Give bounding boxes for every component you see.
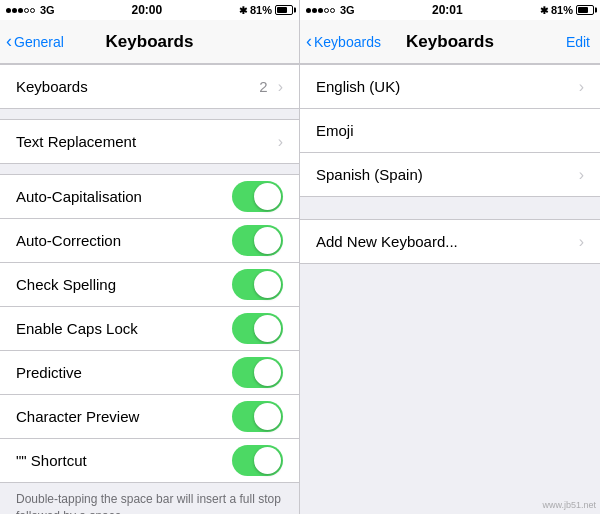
- label-shortcut: "" Shortcut: [16, 452, 232, 469]
- edit-button[interactable]: Edit: [566, 34, 590, 50]
- toggle-auto-capitalisation[interactable]: [232, 181, 283, 212]
- cell-auto-capitalisation[interactable]: Auto-Capitalisation: [0, 175, 299, 219]
- back-label-right: Keyboards: [314, 34, 381, 50]
- chevron-add-keyboard: ›: [579, 233, 584, 251]
- status-left-right: 3G: [306, 4, 355, 16]
- status-right-left: ✱ 81%: [239, 4, 293, 16]
- group-toggles: Auto-Capitalisation Auto-Correction Chec…: [0, 174, 299, 483]
- group-keyboards: Keyboards 2 ›: [0, 64, 299, 109]
- network-type: 3G: [40, 4, 55, 16]
- status-right-right: ✱ 81%: [540, 4, 594, 16]
- label-emoji: Emoji: [316, 122, 584, 139]
- right-content: English (UK) › Emoji Spanish (Spain) › A…: [300, 64, 600, 514]
- cell-group-keyboards: Keyboards 2 ›: [0, 64, 299, 109]
- cell-spanish-spain[interactable]: Spanish (Spain) ›: [300, 153, 600, 197]
- battery-icon-left: [275, 5, 293, 15]
- label-predictive: Predictive: [16, 364, 232, 381]
- cell-group-keyboard-list: English (UK) › Emoji Spanish (Spain) ›: [300, 64, 600, 197]
- cell-enable-caps-lock[interactable]: Enable Caps Lock: [0, 307, 299, 351]
- toggle-shortcut[interactable]: [232, 445, 283, 476]
- cell-keyboards[interactable]: Keyboards 2 ›: [0, 65, 299, 109]
- label-add-keyboard: Add New Keyboard...: [316, 233, 575, 250]
- nav-bar-right: ‹ Keyboards Keyboards Edit: [300, 20, 600, 64]
- nav-title-right: Keyboards: [406, 32, 494, 52]
- back-button-right[interactable]: ‹ Keyboards: [306, 33, 381, 50]
- left-content: Keyboards 2 › Text Replacement › Auto-Ca…: [0, 64, 299, 514]
- group-keyboard-list: English (UK) › Emoji Spanish (Spain) ›: [300, 64, 600, 197]
- signal-dots: [6, 8, 35, 13]
- bluetooth-icon-right: ✱: [540, 5, 548, 16]
- cell-group-text: Text Replacement ›: [0, 119, 299, 164]
- cell-auto-correction[interactable]: Auto-Correction: [0, 219, 299, 263]
- status-bar-left: 3G 20:00 ✱ 81%: [0, 0, 299, 20]
- back-label-left: General: [14, 34, 64, 50]
- cell-keyboards-label: Keyboards: [16, 78, 259, 95]
- cell-character-preview[interactable]: Character Preview: [0, 395, 299, 439]
- back-button-left[interactable]: ‹ General: [6, 33, 64, 50]
- cell-text-replacement-chevron: ›: [278, 133, 283, 151]
- label-auto-correction: Auto-Correction: [16, 232, 232, 249]
- left-panel: 3G 20:00 ✱ 81% ‹ General Keyboards Keybo…: [0, 0, 300, 514]
- status-left: 3G: [6, 4, 55, 16]
- back-chevron-left: ‹: [6, 32, 12, 50]
- footer-note: Double-tapping the space bar will insert…: [0, 483, 299, 514]
- nav-title-left: Keyboards: [106, 32, 194, 52]
- cell-text-replacement-label: Text Replacement: [16, 133, 274, 150]
- network-type-right: 3G: [340, 4, 355, 16]
- cell-keyboards-chevron: ›: [278, 78, 283, 96]
- cell-group-add: Add New Keyboard... ›: [300, 219, 600, 264]
- footer-text: Double-tapping the space bar will insert…: [16, 492, 281, 514]
- label-check-spelling: Check Spelling: [16, 276, 232, 293]
- toggle-character-preview[interactable]: [232, 401, 283, 432]
- back-chevron-right: ‹: [306, 32, 312, 50]
- toggle-check-spelling[interactable]: [232, 269, 283, 300]
- label-character-preview: Character Preview: [16, 408, 232, 425]
- cell-text-replacement[interactable]: Text Replacement ›: [0, 120, 299, 164]
- signal-dots-right: [306, 8, 335, 13]
- label-english-uk: English (UK): [316, 78, 575, 95]
- chevron-english-uk: ›: [579, 78, 584, 96]
- cell-english-uk[interactable]: English (UK) ›: [300, 65, 600, 109]
- cell-group-toggles: Auto-Capitalisation Auto-Correction Chec…: [0, 174, 299, 483]
- group-add-keyboard: Add New Keyboard... ›: [300, 219, 600, 264]
- right-panel: 3G 20:01 ✱ 81% ‹ Keyboards Keyboards Edi…: [300, 0, 600, 514]
- cell-keyboards-value: 2: [259, 78, 267, 95]
- cell-check-spelling[interactable]: Check Spelling: [0, 263, 299, 307]
- time-right: 20:01: [432, 3, 463, 17]
- chevron-spanish-spain: ›: [579, 166, 584, 184]
- toggle-enable-caps-lock[interactable]: [232, 313, 283, 344]
- toggle-predictive[interactable]: [232, 357, 283, 388]
- label-spanish-spain: Spanish (Spain): [316, 166, 575, 183]
- cell-emoji[interactable]: Emoji: [300, 109, 600, 153]
- status-bar-right: 3G 20:01 ✱ 81%: [300, 0, 600, 20]
- group-text-replacement: Text Replacement ›: [0, 119, 299, 164]
- battery-pct-left: 81%: [250, 4, 272, 16]
- cell-add-keyboard[interactable]: Add New Keyboard... ›: [300, 220, 600, 264]
- cell-shortcut[interactable]: "" Shortcut: [0, 439, 299, 483]
- bluetooth-icon: ✱: [239, 5, 247, 16]
- label-auto-capitalisation: Auto-Capitalisation: [16, 188, 232, 205]
- battery-pct-right: 81%: [551, 4, 573, 16]
- time-left: 20:00: [131, 3, 162, 17]
- nav-bar-left: ‹ General Keyboards: [0, 20, 299, 64]
- battery-icon-right: [576, 5, 594, 15]
- toggle-auto-correction[interactable]: [232, 225, 283, 256]
- label-enable-caps-lock: Enable Caps Lock: [16, 320, 232, 337]
- cell-predictive[interactable]: Predictive: [0, 351, 299, 395]
